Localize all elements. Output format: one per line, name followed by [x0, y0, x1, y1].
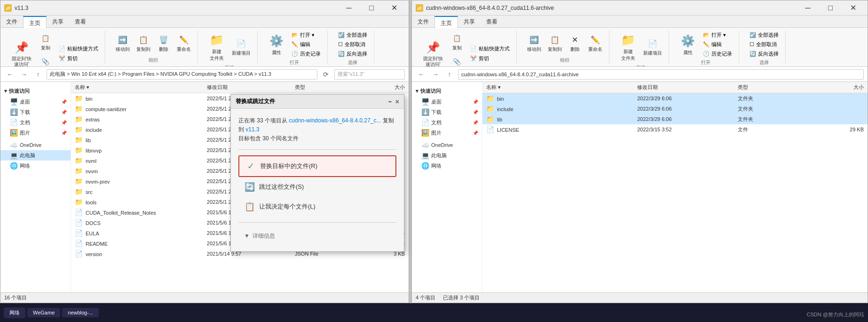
- left-sidebar-quickaccess-header[interactable]: ▾ 快速访问: [0, 86, 71, 97]
- right-maximize-btn[interactable]: □: [820, 0, 841, 16]
- onedrive-icon: ☁️: [10, 141, 18, 149]
- right-paste-shortcut-btn[interactable]: 📄 粘贴快捷方式: [467, 44, 513, 53]
- left-tab-file[interactable]: 文件: [0, 16, 23, 28]
- left-delete-btn[interactable]: 🗑️ 删除: [154, 32, 173, 55]
- right-selectall-btn[interactable]: ☑️ 全部选择: [747, 31, 781, 40]
- right-pin-btn[interactable]: 📌 固定到'快速访问': [419, 38, 447, 66]
- right-sidebar-onedrive[interactable]: ☁️ OneDrive: [412, 140, 482, 150]
- left-properties-btn[interactable]: ⚙️ 属性: [265, 32, 288, 58]
- left-up-btn[interactable]: ↑: [32, 69, 44, 80]
- left-refresh-btn[interactable]: ⟳: [320, 69, 331, 80]
- right-col-name[interactable]: 名称 ▾: [486, 84, 637, 91]
- right-copyto-btn[interactable]: 📋 复制到: [545, 32, 565, 55]
- left-edit-btn[interactable]: ✏️ 编辑: [289, 40, 324, 49]
- right-newfolder-btn[interactable]: 📁 新建文件夹: [617, 31, 639, 64]
- dialog-details[interactable]: ▼ 详细信息: [238, 228, 396, 244]
- right-sidebar-network[interactable]: 🌐 网络: [412, 161, 482, 171]
- right-sidebar-downloads[interactable]: ⬇️ 下载 📌: [412, 107, 482, 117]
- dialog-minimize-btn[interactable]: −: [388, 98, 392, 105]
- left-search-box[interactable]: 搜索"v11.3": [334, 69, 405, 80]
- right-col-size[interactable]: 大小: [813, 84, 864, 91]
- right-tab-file[interactable]: 文件: [412, 16, 434, 28]
- left-invertselect-btn[interactable]: 🔄 反向选择: [335, 49, 370, 58]
- left-newitem-btn[interactable]: 📄 新建项目: [229, 36, 253, 58]
- right-history-btn[interactable]: 🕐 历史记录: [700, 49, 735, 58]
- left-paste-btn[interactable]: 📎 粘贴: [36, 54, 55, 66]
- right-edit-btn[interactable]: ✏️ 编辑: [700, 40, 735, 49]
- left-newfolder-btn[interactable]: 📁 新建文件夹: [205, 31, 228, 64]
- dialog-decide-option[interactable]: 📋 让我决定每个文件(L): [238, 197, 396, 217]
- left-tab-share[interactable]: 共享: [47, 16, 69, 28]
- left-sidebar-downloads[interactable]: ⬇️ 下载 📌: [0, 107, 71, 117]
- dialog-skip-option[interactable]: 🔄 跳过这些文件(S): [238, 177, 396, 197]
- right-invertselect-btn[interactable]: 🔄 反向选择: [747, 49, 781, 58]
- right-col-date[interactable]: 修改日期: [637, 84, 738, 91]
- left-paste-shortcut-btn[interactable]: 📄 粘贴快捷方式: [56, 44, 101, 53]
- right-tab-view[interactable]: 查看: [481, 16, 503, 28]
- left-col-type[interactable]: 类型: [295, 84, 361, 91]
- left-sidebar-desktop[interactable]: 🖥️ 桌面 📌: [0, 97, 71, 107]
- right-tab-home[interactable]: 主页: [434, 16, 458, 28]
- table-row[interactable]: 📁bin 2022/3/29 6:06 文件夹: [482, 93, 868, 104]
- right-rename-btn[interactable]: ✏️ 重命名: [585, 32, 605, 55]
- left-moveto-btn[interactable]: ➡️ 移动到: [113, 32, 133, 55]
- right-pin-label: 固定到'快速访问': [423, 56, 443, 66]
- left-close-btn[interactable]: ✕: [383, 0, 405, 16]
- left-back-btn[interactable]: ←: [4, 69, 16, 80]
- right-cut-btn[interactable]: ✂️ 剪切: [467, 54, 513, 63]
- table-row[interactable]: 📁lib 2022/3/29 6:06 文件夹: [482, 114, 868, 124]
- left-cut-btn[interactable]: ✂️ 剪切: [56, 54, 101, 63]
- left-copyto-btn[interactable]: 📋 复制到: [134, 32, 153, 55]
- right-open-btn[interactable]: 📂 打开 ▾: [700, 31, 735, 40]
- taskbar-wegame[interactable]: WeGame: [27, 308, 60, 317]
- right-sidebar-quickaccess-header[interactable]: ▾ 快速访问: [412, 86, 482, 97]
- right-tab-share[interactable]: 共享: [458, 16, 481, 28]
- left-pin-btn[interactable]: 📌 固定到'快速访问': [8, 38, 35, 66]
- left-open-btn[interactable]: 📂 打开 ▾: [289, 31, 324, 40]
- right-delete-btn[interactable]: ✕ 删除: [566, 32, 584, 55]
- right-up-btn[interactable]: ↑: [444, 69, 455, 80]
- right-col-type[interactable]: 类型: [738, 84, 813, 91]
- right-newitem-btn[interactable]: 📄 新建项目: [640, 36, 665, 58]
- dialog-source: cudnn-windows-x86_64-8.4.0.27_c...: [289, 117, 381, 124]
- right-address-path[interactable]: cudnn-windows-x86_64-8.4.0.27_cuda11.6-a…: [458, 69, 864, 80]
- left-selectall-btn[interactable]: ☑️ 全部选择: [335, 31, 370, 40]
- left-sidebar-thispc[interactable]: 💻 此电脑: [0, 150, 71, 161]
- dialog-close-btn[interactable]: ×: [395, 98, 399, 105]
- right-copy-btn[interactable]: 📋 复制: [448, 31, 466, 53]
- left-selectnone-btn[interactable]: ☐ 全部取消: [335, 40, 370, 49]
- dialog-replace-option[interactable]: ✓ 替换目标中的文件(R): [238, 155, 396, 177]
- right-moveto-btn[interactable]: ➡️ 移动到: [524, 32, 544, 55]
- right-back-btn[interactable]: ←: [416, 69, 427, 80]
- right-properties-btn[interactable]: ⚙️ 属性: [677, 32, 699, 58]
- left-col-size[interactable]: 大小: [361, 84, 405, 91]
- left-copy-btn[interactable]: 📋 复制: [36, 31, 55, 53]
- left-tab-home[interactable]: 主页: [23, 16, 47, 28]
- right-sidebar-thispc[interactable]: 💻 此电脑: [412, 150, 482, 161]
- table-row[interactable]: 📄LICENSE 2022/3/15 3:52 文件 29 KB: [482, 124, 868, 135]
- left-rename-btn[interactable]: ✏️ 重命名: [174, 32, 194, 55]
- left-tab-view[interactable]: 查看: [69, 16, 92, 28]
- table-row[interactable]: 📁include 2022/3/29 6:06 文件夹: [482, 104, 868, 114]
- left-history-btn[interactable]: 🕐 历史记录: [289, 49, 324, 58]
- left-sidebar-network[interactable]: 🌐 网络: [0, 161, 71, 171]
- right-paste-btn[interactable]: 📎 粘贴: [448, 54, 466, 66]
- right-forward-btn[interactable]: →: [430, 69, 441, 80]
- left-address-path[interactable]: 此电脑 > Win 10 Ent x64 (C:) > Program File…: [47, 69, 317, 80]
- left-forward-btn[interactable]: →: [18, 69, 30, 80]
- left-col-date[interactable]: 修改日期: [207, 84, 295, 91]
- taskbar-network[interactable]: 网络: [4, 307, 25, 318]
- left-col-name[interactable]: 名称 ▾: [75, 84, 207, 91]
- right-selectnone-btn[interactable]: ☐ 全部取消: [747, 40, 781, 49]
- right-sidebar-docs[interactable]: 📄 文档 📌: [412, 117, 482, 128]
- left-sidebar-pictures[interactable]: 🖼️ 图片 📌: [0, 128, 71, 138]
- left-minimize-btn[interactable]: ─: [338, 0, 360, 16]
- taskbar-newblog[interactable]: newblog-...: [62, 308, 99, 317]
- right-sidebar-pictures[interactable]: 🖼️ 图片 📌: [412, 128, 482, 138]
- left-maximize-btn[interactable]: □: [361, 0, 382, 16]
- left-sidebar-onedrive[interactable]: ☁️ OneDrive: [0, 140, 71, 150]
- right-close-btn[interactable]: ✕: [842, 0, 864, 16]
- left-sidebar-docs[interactable]: 📄 文档 📌: [0, 117, 71, 128]
- right-minimize-btn[interactable]: ─: [797, 0, 819, 16]
- right-sidebar-desktop[interactable]: 🖥️ 桌面 📌: [412, 97, 482, 107]
